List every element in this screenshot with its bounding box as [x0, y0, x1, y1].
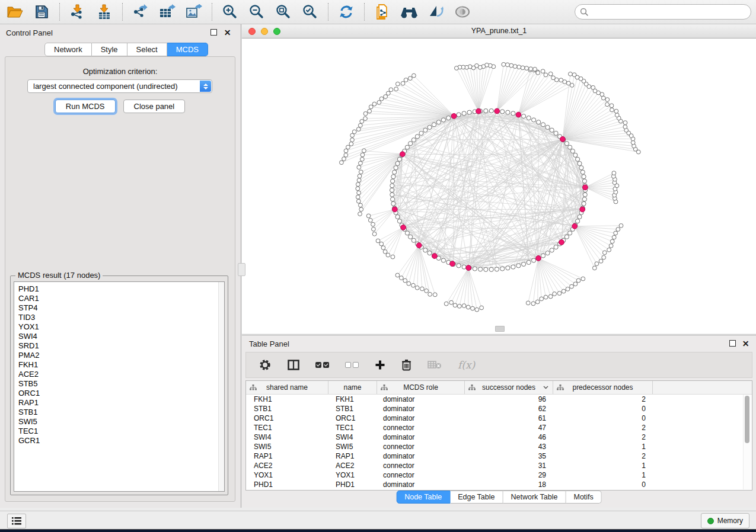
table-cell: dominator [377, 395, 465, 404]
deselect-all-icon[interactable] [345, 362, 359, 368]
mcds-panel-body: Optimization criterion: largest connecte… [5, 56, 235, 502]
tab-edge-table[interactable]: Edge Table [450, 491, 503, 504]
float-icon [729, 340, 736, 347]
table-row[interactable]: STB1STB1dominator620 [246, 404, 752, 414]
column-header-predecessor-nodes[interactable]: predecessor nodes [553, 381, 653, 394]
save-session-icon[interactable] [33, 3, 50, 21]
close-panel-button[interactable]: Close panel [123, 100, 186, 113]
tab-select[interactable]: Select [127, 43, 167, 56]
table-row[interactable]: ACE2ACE2connector311 [246, 461, 752, 470]
show-columns-icon[interactable] [288, 360, 299, 370]
tab-network-table[interactable]: Network Table [503, 491, 566, 504]
table-cell: 2 [553, 451, 653, 461]
canvas-splitter-grip[interactable] [495, 326, 505, 332]
table-cell: FKH1 [328, 395, 377, 404]
table-row[interactable]: ORC1ORC1dominator610 [246, 414, 752, 423]
memory-button[interactable]: Memory [701, 513, 749, 528]
refresh-layout-icon[interactable] [337, 3, 355, 21]
add-column-icon[interactable] [375, 360, 385, 370]
mcds-result-node[interactable]: STB5 [18, 379, 224, 389]
export-network-icon[interactable] [132, 3, 149, 21]
table-scrollbar-track[interactable] [743, 395, 751, 489]
table-row[interactable]: SWI5SWI5connector431 [246, 442, 752, 451]
search-box[interactable] [575, 4, 751, 20]
table-row[interactable]: PHD1PHD1dominator180 [246, 480, 752, 489]
open-file-icon[interactable] [6, 3, 24, 21]
control-panel-float-button[interactable] [209, 28, 218, 37]
mcds-result-node[interactable]: YOX1 [18, 322, 224, 332]
new-network-from-selection-icon[interactable] [374, 3, 391, 21]
delete-column-icon[interactable] [401, 359, 412, 371]
table-cell: 43 [465, 442, 553, 451]
mcds-result-node[interactable]: PMA2 [18, 351, 224, 360]
table-cell-empty [653, 470, 752, 480]
bird-eye-view-icon[interactable] [454, 3, 471, 21]
control-panel-close-button[interactable]: ✕ [223, 28, 232, 37]
zoom-in-icon[interactable] [221, 3, 239, 21]
mcds-result-node[interactable]: ACE2 [18, 370, 224, 379]
task-history-button[interactable] [7, 514, 26, 528]
table-row[interactable]: FKH1FKH1dominator962 [246, 395, 752, 404]
mcds-result-node[interactable]: SRD1 [18, 341, 224, 351]
table-panel-close-button[interactable]: ✕ [741, 339, 750, 348]
table-row[interactable]: RAP1RAP1dominator352 [246, 451, 752, 461]
search-input[interactable] [589, 5, 751, 18]
show-hide-graphic-details-icon[interactable] [427, 3, 445, 21]
tab-motifs[interactable]: Motifs [566, 491, 601, 504]
table-cell: ORC1 [246, 414, 328, 423]
mcds-result-node[interactable]: TEC1 [18, 427, 224, 436]
mcds-result-node[interactable]: TID3 [18, 313, 224, 322]
mcds-result-node[interactable]: FKH1 [18, 360, 224, 370]
select-stepper-icon [200, 81, 211, 92]
tab-style[interactable]: Style [92, 43, 127, 56]
table-cell-empty [653, 395, 752, 404]
column-header-name[interactable]: name [328, 381, 377, 394]
zoom-selected-icon[interactable] [301, 3, 319, 21]
mcds-result-node[interactable]: STB1 [18, 408, 224, 417]
tab-node-table[interactable]: Node Table [396, 491, 450, 504]
mcds-result-node[interactable]: PHD1 [18, 284, 224, 294]
table-cell: SWI4 [328, 432, 377, 442]
mcds-result-node[interactable]: RAP1 [18, 398, 224, 408]
table-cell: PHD1 [246, 480, 328, 489]
zoom-out-icon[interactable] [248, 3, 266, 21]
mcds-result-node[interactable]: CAR1 [18, 294, 224, 303]
export-table-icon[interactable] [158, 3, 176, 21]
table-panel-float-button[interactable] [728, 339, 737, 348]
mcds-result-node[interactable]: SWI4 [18, 332, 224, 341]
column-header-successor-nodes[interactable]: successor nodes [465, 381, 553, 394]
panel-splitter-grip[interactable] [238, 263, 245, 276]
search-binoculars-icon[interactable] [400, 3, 418, 21]
export-image-icon[interactable] [185, 3, 203, 21]
mcds-result-node[interactable]: SWI5 [18, 417, 224, 427]
column-header-shared-name[interactable]: shared name [246, 381, 328, 394]
table-scrollbar-thumb[interactable] [745, 396, 749, 443]
tab-network[interactable]: Network [44, 43, 92, 56]
mcds-list-scrollbar[interactable] [218, 282, 224, 491]
select-all-icon[interactable] [315, 362, 329, 368]
import-table-icon[interactable] [95, 3, 113, 21]
memory-status-icon [707, 518, 714, 524]
mcds-result-node[interactable]: GCR1 [18, 436, 224, 446]
table-row[interactable]: SWI4SWI4dominator462 [246, 432, 752, 442]
column-header-mcds-role[interactable]: MCDS role [377, 381, 465, 394]
table-cell: STB1 [246, 404, 328, 414]
table-row[interactable]: TEC1TEC1connector472 [246, 423, 752, 432]
network-canvas[interactable] [242, 39, 756, 334]
table-cell: TEC1 [246, 423, 328, 432]
zoom-fit-icon[interactable] [275, 3, 292, 21]
optimization-criterion-select[interactable]: largest connected component (undirected) [27, 79, 212, 93]
control-panel-titlebar: Control Panel ✕ [0, 24, 241, 40]
mcds-buttons-row: Run MCDS Close panel [5, 100, 235, 113]
mcds-result-node[interactable]: STP4 [18, 303, 224, 313]
mcds-result-list[interactable]: PHD1CAR1STP4TID3YOX1SWI4SRD1PMA2FKH1ACE2… [14, 281, 225, 492]
table-cell: TEC1 [328, 423, 377, 432]
run-mcds-button[interactable]: Run MCDS [55, 100, 116, 113]
network-view-title: YPA_prune.txt_1 [242, 27, 756, 35]
tab-mcds[interactable]: MCDS [167, 43, 208, 56]
mcds-result-node[interactable]: ORC1 [18, 389, 224, 398]
table-cell: connector [377, 423, 465, 432]
table-settings-icon[interactable] [259, 358, 272, 371]
table-row[interactable]: YOX1YOX1connector291 [246, 470, 752, 480]
import-network-icon[interactable] [69, 3, 87, 21]
